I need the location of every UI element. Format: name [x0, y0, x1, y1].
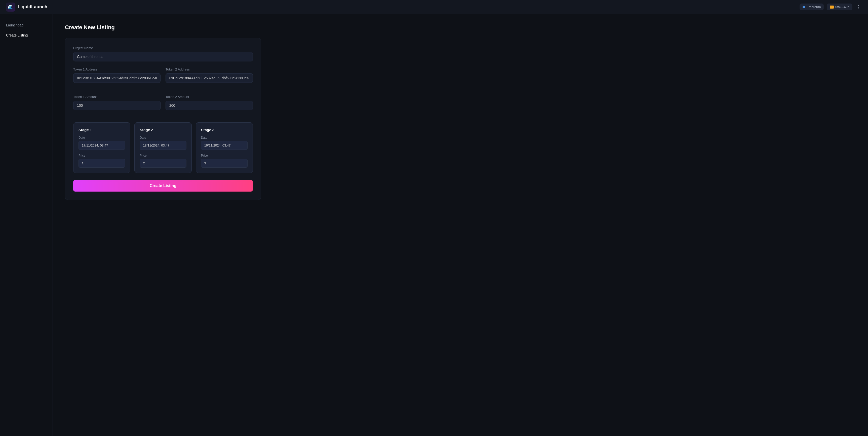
main-content: Create New Listing Project Name Token 1 …	[53, 14, 868, 436]
stages-grid: Stage 1 Date Price Stage 2 Date	[73, 122, 253, 173]
stage-3-price-label: Price	[201, 154, 248, 157]
create-listing-button[interactable]: Create Listing	[73, 180, 253, 192]
network-label: Ethereum	[807, 5, 821, 9]
network-badge[interactable]: Ethereum	[800, 3, 824, 10]
stage-3-date-label: Date	[201, 136, 248, 140]
token1-address-label: Token 1 Address	[73, 67, 160, 71]
create-listing-form: Project Name Token 1 Address Token 2 Add…	[65, 38, 261, 200]
header-left: 🌊 LiquidLaunch	[6, 2, 47, 11]
more-options-button[interactable]: ⋮	[856, 3, 862, 11]
sidebar-item-launchpad[interactable]: Launchpad	[0, 20, 53, 30]
token1-amount-label: Token 1 Amount	[73, 95, 160, 99]
stage-3-date-input[interactable]	[201, 141, 248, 150]
sidebar-item-create-listing[interactable]: Create Listing	[0, 30, 53, 40]
wallet-icon	[830, 5, 834, 8]
stage-1-date-input[interactable]	[79, 141, 125, 150]
token1-address-group: Token 1 Address	[73, 67, 160, 83]
stage-1-title: Stage 1	[79, 127, 125, 132]
stage-3-date-group: Date	[201, 136, 248, 150]
stage-3-title: Stage 3	[201, 127, 248, 132]
stage-3-price-input[interactable]	[201, 159, 248, 168]
app-title: LiquidLaunch	[18, 4, 47, 9]
sidebar: Launchpad Create Listing	[0, 14, 53, 436]
project-name-input[interactable]	[73, 52, 253, 61]
stage-2-date-label: Date	[140, 136, 186, 140]
network-dot-icon	[803, 6, 805, 8]
stage-2-title: Stage 2	[140, 127, 186, 132]
token2-address-input[interactable]	[165, 73, 253, 83]
token-amounts-row: Token 1 Amount Token 2 Amount	[73, 95, 253, 116]
stage-2-price-group: Price	[140, 154, 186, 168]
token1-address-input[interactable]	[73, 73, 160, 83]
header: 🌊 LiquidLaunch Ethereum 0xC...40e ⋮	[0, 0, 868, 14]
stage-1-card: Stage 1 Date Price	[73, 122, 130, 173]
stage-1-price-group: Price	[79, 154, 125, 168]
page-title: Create New Listing	[65, 24, 856, 31]
layout: Launchpad Create Listing Create New List…	[0, 14, 868, 436]
wallet-address: 0xC...40e	[835, 5, 849, 9]
app-logo: 🌊	[6, 2, 15, 11]
stage-1-date-group: Date	[79, 136, 125, 150]
token-addresses-row: Token 1 Address Token 2 Address	[73, 67, 253, 89]
token2-amount-input[interactable]	[165, 101, 253, 110]
header-right: Ethereum 0xC...40e ⋮	[800, 3, 862, 11]
token2-address-group: Token 2 Address	[165, 67, 253, 83]
wallet-badge[interactable]: 0xC...40e	[827, 3, 852, 10]
stage-1-price-label: Price	[79, 154, 125, 157]
stage-3-card: Stage 3 Date Price	[196, 122, 253, 173]
token2-amount-group: Token 2 Amount	[165, 95, 253, 110]
token1-amount-group: Token 1 Amount	[73, 95, 160, 110]
project-name-label: Project Name	[73, 46, 253, 50]
stage-2-card: Stage 2 Date Price	[134, 122, 191, 173]
project-name-group: Project Name	[73, 46, 253, 61]
token2-amount-label: Token 2 Amount	[165, 95, 253, 99]
stage-2-date-group: Date	[140, 136, 186, 150]
stage-2-date-input[interactable]	[140, 141, 186, 150]
stage-1-date-label: Date	[79, 136, 125, 140]
stage-1-price-input[interactable]	[79, 159, 125, 168]
stage-2-price-input[interactable]	[140, 159, 186, 168]
token2-address-label: Token 2 Address	[165, 67, 253, 71]
stage-2-price-label: Price	[140, 154, 186, 157]
token1-amount-input[interactable]	[73, 101, 160, 110]
stage-3-price-group: Price	[201, 154, 248, 168]
